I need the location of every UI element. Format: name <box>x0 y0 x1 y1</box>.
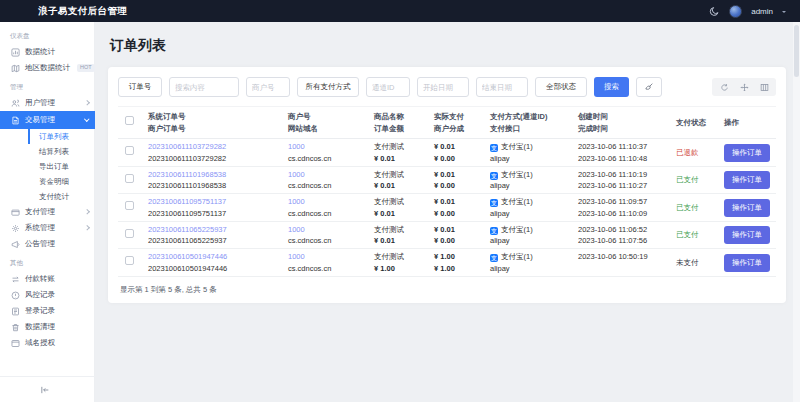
sidebar-subitem[interactable]: 订单列表 <box>28 129 95 144</box>
sidebar-collapse-button[interactable] <box>0 376 95 402</box>
search-input[interactable] <box>169 77 239 97</box>
status-cell: 已支付 <box>670 221 718 249</box>
table-cell: 20231006110957511372023100611095751137 <box>142 194 282 222</box>
row-select-cell <box>118 194 142 222</box>
page-title: 订单列表 <box>110 37 786 55</box>
order-amount: ¥ 0.01 <box>374 208 422 219</box>
row-checkbox[interactable] <box>125 229 134 238</box>
select-all-checkbox[interactable] <box>125 116 134 125</box>
topbar: 浪子易支付后台管理 admin <box>0 0 800 22</box>
start-date-input[interactable] <box>417 77 469 97</box>
table-row: 2023100611095751137202310061109575113710… <box>118 194 776 222</box>
website-domain: cs.cdncos.cn <box>288 180 362 191</box>
sidebar-item[interactable]: 系统管理 <box>0 220 95 236</box>
sidebar: 仪表盘数据统计地区数据统计HOT管理用户管理交易管理订单列表结算列表导出订单资金… <box>0 22 95 402</box>
end-date-input[interactable] <box>476 77 528 97</box>
sidebar-item[interactable]: 数据统计 <box>0 44 95 60</box>
system-order-link[interactable]: 2023100610501947446 <box>148 251 276 262</box>
row-checkbox[interactable] <box>125 256 134 265</box>
table-row: 2023100610501947446202310061050194744610… <box>118 249 776 277</box>
order-action-button[interactable]: 操作订单 <box>724 226 770 244</box>
sidebar-item[interactable]: 付款转账 <box>0 271 95 287</box>
pay-interface: alipay <box>490 153 566 164</box>
filter-bar: 订单号 所有支付方式 全部状态 搜索 <box>118 77 776 97</box>
fullscreen-icon[interactable] <box>734 78 754 96</box>
merchant-id-link[interactable]: 1000 <box>288 251 362 262</box>
domain-icon <box>11 339 20 348</box>
sidebar-item[interactable]: 地区数据统计HOT <box>0 60 95 76</box>
dark-mode-icon[interactable] <box>709 6 720 17</box>
time-cell: 2023-10-06 11:10:372023-10-06 11:10:48 <box>572 139 670 167</box>
alipay-icon: 支 <box>490 199 498 207</box>
order-type-select[interactable]: 订单号 <box>118 77 162 97</box>
topbar-right: admin <box>709 5 786 18</box>
table-cell: 1000cs.cdncos.cn <box>282 194 368 222</box>
system-order-link[interactable]: 2023100611065225937 <box>148 224 276 235</box>
created-time: 2023-10-06 11:10:19 <box>578 169 664 180</box>
table-cell: 1000cs.cdncos.cn <box>282 249 368 277</box>
sidebar-subitem[interactable]: 导出订单 <box>28 159 95 174</box>
sidebar-subitem[interactable]: 支付统计 <box>28 189 95 204</box>
columns-settings-icon[interactable] <box>754 78 774 96</box>
table-cell: 支付测试¥ 0.01 <box>368 221 428 249</box>
sidebar-item[interactable]: 域名授权 <box>0 335 95 351</box>
row-checkbox[interactable] <box>125 146 134 155</box>
sidebar-item[interactable]: 风控记录 <box>0 287 95 303</box>
sidebar-item[interactable]: 数据清理 <box>0 319 95 335</box>
main-content: 订单列表 订单号 所有支付方式 全部状态 搜索 <box>95 22 800 402</box>
column-header: 支付状态 <box>670 107 718 139</box>
order-action-button[interactable]: 操作订单 <box>724 199 770 217</box>
action-cell: 操作订单 <box>718 249 776 277</box>
order-action-button[interactable]: 操作订单 <box>724 144 770 162</box>
created-time: 2023-10-06 10:50:19 <box>578 251 664 262</box>
table-cell: ¥ 1.00¥ 1.00 <box>428 249 484 277</box>
merchant-order-no: 2023100611095751137 <box>148 208 276 219</box>
collapse-sidebar-icon <box>40 385 50 395</box>
merchant-id-link[interactable]: 1000 <box>288 169 362 180</box>
order-action-button[interactable]: 操作订单 <box>724 171 770 189</box>
time-cell: 2023-10-06 11:10:192023-10-06 11:10:27 <box>572 166 670 194</box>
sidebar-item[interactable]: 支付管理 <box>0 204 95 220</box>
channel-input[interactable] <box>366 77 410 97</box>
system-order-link[interactable]: 2023100611101968538 <box>148 169 276 180</box>
row-checkbox[interactable] <box>125 201 134 210</box>
pay-method-select[interactable]: 所有支付方式 <box>297 77 359 97</box>
sidebar-item[interactable]: 交易管理 <box>0 111 95 129</box>
sidebar-item[interactable]: 用户管理 <box>0 95 95 111</box>
action-cell: 操作订单 <box>718 166 776 194</box>
merchant-id-link[interactable]: 1000 <box>288 141 362 152</box>
status-cell: 已支付 <box>670 194 718 222</box>
sidebar-subitem[interactable]: 资金明细 <box>28 174 95 189</box>
scrollbar-thumb[interactable] <box>794 25 799 77</box>
clear-filters-button[interactable] <box>636 77 662 97</box>
sidebar-item[interactable]: 登录记录 <box>0 303 95 319</box>
pay-interface: alipay <box>490 263 566 274</box>
merchant-share: ¥ 1.00 <box>434 263 478 274</box>
actual-paid: ¥ 1.00 <box>434 251 478 262</box>
pay-interface: alipay <box>490 235 566 246</box>
search-button[interactable]: 搜索 <box>594 77 629 97</box>
sidebar-subitem[interactable]: 结算列表 <box>28 144 95 159</box>
merchant-id-link[interactable]: 1000 <box>288 196 362 207</box>
sidebar-item[interactable]: 公告管理 <box>0 236 95 252</box>
username[interactable]: admin <box>751 7 773 16</box>
pay-method-cell: 支支付宝(1)alipay <box>484 221 572 249</box>
product-name: 支付测试 <box>374 141 422 152</box>
layout: 仪表盘数据统计地区数据统计HOT管理用户管理交易管理订单列表结算列表导出订单资金… <box>0 22 800 402</box>
table-cell: 1000cs.cdncos.cn <box>282 166 368 194</box>
avatar[interactable] <box>729 5 742 18</box>
pay-method-cell: 支支付宝(1)alipay <box>484 194 572 222</box>
system-order-link[interactable]: 2023100611103729282 <box>148 141 276 152</box>
order-action-button[interactable]: 操作订单 <box>724 254 770 272</box>
sidebar-item-label: 交易管理 <box>25 115 55 125</box>
page-scrollbar[interactable] <box>793 22 800 402</box>
hot-badge: HOT <box>77 64 95 72</box>
merchant-id-link[interactable]: 1000 <box>288 224 362 235</box>
row-checkbox[interactable] <box>125 174 134 183</box>
status-cell: 已支付 <box>670 166 718 194</box>
status-select[interactable]: 全部状态 <box>535 77 587 97</box>
system-order-link[interactable]: 2023100611095751137 <box>148 196 276 207</box>
merchant-input[interactable] <box>246 77 290 97</box>
refresh-icon[interactable] <box>714 78 734 96</box>
pay-interface: alipay <box>490 180 566 191</box>
